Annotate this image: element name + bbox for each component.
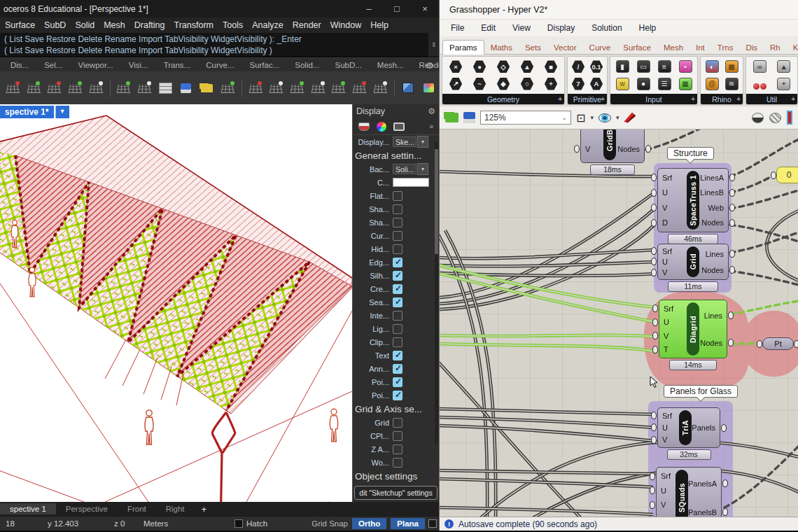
param-icon[interactable]: × (449, 60, 463, 74)
expand-icon[interactable]: + (691, 95, 695, 103)
planar-toggle[interactable]: Plana (391, 518, 425, 529)
monitor-icon[interactable] (393, 122, 405, 131)
component-grid[interactable]: Srf U V Grid Lines Nodes 11ms (657, 244, 729, 292)
checkbox[interactable] (393, 377, 402, 387)
close-icon[interactable]: × (411, 4, 439, 14)
select-icon[interactable] (134, 78, 155, 99)
menu-item[interactable]: Help (639, 23, 657, 33)
honeycomb-icon[interactable]: ▩ (725, 60, 738, 73)
palette-group-label[interactable]: Util + (746, 94, 797, 104)
component-diagrid-selected[interactable]: Srf U V T Diagrid Lines Nodes 14ms (659, 300, 727, 370)
param-icon[interactable]: ▲ (521, 60, 534, 74)
material-icon[interactable] (419, 78, 439, 99)
sketch-pen-icon[interactable] (624, 113, 636, 123)
chevron-down-icon[interactable]: ▾ (417, 163, 428, 175)
menu-item[interactable]: Transform (174, 20, 214, 30)
component-name[interactable]: SQuads (676, 470, 688, 517)
toolbar-tab[interactable]: Mesh... (370, 61, 412, 69)
toolbar-tab[interactable]: Visi... (121, 61, 156, 69)
input-v[interactable]: V (658, 435, 679, 444)
checkbox[interactable] (393, 351, 402, 360)
toolbar-tab[interactable]: Solid... (287, 61, 327, 69)
menu-item[interactable]: Edit (481, 23, 496, 33)
tree-icon[interactable]: ▲ (777, 60, 790, 73)
control-icon[interactable]: • (679, 60, 692, 73)
tab-vector[interactable]: Vector (547, 41, 583, 54)
units-label[interactable]: Meters (144, 519, 192, 528)
palette-group-label[interactable]: Primitive + (568, 94, 607, 104)
preview-eye-icon[interactable] (598, 113, 611, 122)
menu-item[interactable]: Mesh (104, 20, 125, 30)
tab-params[interactable]: Params (442, 40, 484, 55)
panel-icon[interactable]: ▭ (637, 60, 650, 73)
toolbar-tab[interactable]: Viewpor... (70, 61, 120, 69)
toolbar-icon[interactable] (86, 78, 106, 99)
command-prompt[interactable]: ( List Save Restore Delete Rename Import… (4, 45, 426, 56)
output-nodes[interactable]: Nodes (699, 265, 728, 274)
slider-icon[interactable]: ▮ (616, 60, 629, 73)
checkbox[interactable] (393, 337, 402, 347)
tab-rh[interactable]: Rh (764, 41, 787, 54)
param-icon[interactable]: A (590, 77, 603, 90)
maximize-icon[interactable]: □ (383, 4, 411, 14)
edit-sketchup-settings-button[interactable]: dit "Sketchup" settings (354, 486, 438, 500)
hatch-label[interactable]: Hatch (246, 519, 267, 528)
panel-scrollbar[interactable] (435, 142, 438, 443)
component-squads[interactable]: Srf U V t SQuads PanelsA PanelsB (656, 467, 722, 517)
toolbar-icon[interactable] (287, 78, 307, 99)
palette-group-label[interactable]: Input + (610, 94, 697, 104)
open-file-icon[interactable] (197, 78, 217, 99)
param-icon[interactable]: + (545, 77, 558, 90)
input-srf[interactable]: Srf (659, 304, 687, 313)
param-icon[interactable]: ● (473, 60, 486, 74)
input-t[interactable]: T (659, 345, 687, 354)
component-name[interactable]: TriA (679, 410, 692, 445)
param-icon[interactable]: ◆ (497, 77, 510, 90)
checkbox[interactable] (393, 418, 402, 428)
tab-dis[interactable]: Dis (739, 41, 764, 54)
param-icon[interactable]: ■ (545, 60, 558, 74)
param-icon[interactable]: 0.1 (590, 60, 603, 74)
minimize-icon[interactable]: – (355, 4, 383, 14)
menu-item[interactable]: Solid (75, 20, 94, 30)
hatch-swatch[interactable] (234, 519, 243, 528)
glasses-icon[interactable]: ∞ (753, 60, 766, 73)
tab-sets[interactable]: Sets (519, 41, 547, 54)
jump-icon[interactable]: + (777, 78, 790, 90)
tab-int[interactable]: Int (690, 41, 711, 54)
tab-curve[interactable]: Curve (583, 41, 617, 54)
expand-icon[interactable]: + (791, 95, 795, 103)
toolbar-tab[interactable]: SubD... (327, 61, 369, 69)
chevron-down-icon[interactable]: ▾ (417, 136, 428, 148)
spiral-icon[interactable]: @ (706, 78, 719, 90)
viewport-tab[interactable]: Perspective (56, 503, 118, 514)
color-swatch[interactable] (393, 178, 429, 187)
display-tab-icon[interactable] (358, 122, 370, 131)
output-lines[interactable]: Lines (699, 311, 727, 320)
more-tabs-icon[interactable]: » (429, 122, 433, 130)
command-scrollbar[interactable]: ⇕ (428, 33, 439, 57)
wireframe-preview-icon[interactable] (769, 113, 781, 123)
output-panelsb[interactable]: PanelsB (688, 507, 721, 517)
graph-icon[interactable]: w (616, 78, 629, 90)
expand-icon[interactable]: + (736, 95, 741, 103)
move-icon[interactable] (266, 78, 286, 99)
save-icon[interactable] (176, 78, 197, 99)
output-nodes[interactable]: Nodes (699, 218, 728, 227)
knob-icon[interactable]: ● (637, 78, 650, 90)
menu-item[interactable]: View (512, 23, 531, 33)
checkbox[interactable] (393, 311, 402, 321)
param-icon[interactable]: ◇ (497, 60, 510, 74)
group-label-panels[interactable]: Panels for Glass (664, 385, 738, 398)
checkbox[interactable] (393, 458, 402, 468)
chevron-down-icon[interactable]: ▾ (590, 114, 594, 121)
input-t[interactable]: t (657, 514, 676, 517)
status-checkbox[interactable] (428, 519, 437, 528)
value-pill[interactable]: 0 (776, 167, 798, 183)
background-select[interactable]: Soli... ▾ (393, 163, 428, 175)
zoom-select[interactable]: 125% ⌄ (480, 111, 571, 125)
toolbar-icon[interactable] (3, 78, 23, 99)
input-v[interactable]: V (659, 331, 687, 340)
input-u[interactable]: U (658, 423, 679, 432)
output-linesb[interactable]: LinesB (699, 188, 728, 197)
